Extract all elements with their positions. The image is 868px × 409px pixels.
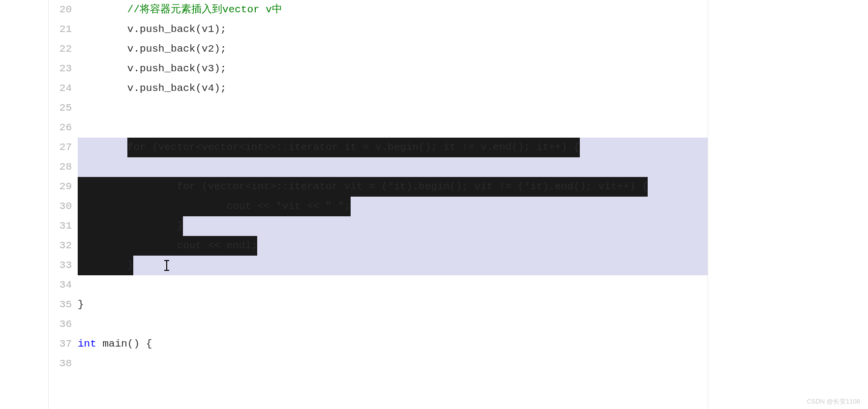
line-number: 32 [48,236,72,256]
code-line[interactable]: for (vector<vector<int>>::iterator it = … [78,138,708,157]
code-text: cout << *vit << " "; [78,197,351,216]
line-number: 38 [48,354,72,374]
code-content-area[interactable]: //将容器元素插入到vector v中 v.push_back(v1); v.p… [78,0,708,409]
code-line[interactable]: cout << *vit << " "; [78,197,708,216]
line-number: 35 [48,295,72,315]
code-editor[interactable]: 20212223242526272829303132333435363738 /… [48,0,708,409]
line-number: 21 [48,20,72,39]
code-line[interactable]: cout << endl; [78,236,708,256]
code-comment: //将容器元素插入到vector v中 [127,0,282,20]
line-number: 31 [48,216,72,236]
code-indent [78,20,127,39]
code-line[interactable]: for (vector<int>::iterator vit = (*it).b… [78,177,708,197]
line-number: 34 [48,275,72,295]
code-line[interactable]: v.push_back(v2); [78,39,708,59]
code-indent [78,59,127,79]
line-number: 33 [48,256,72,275]
code-line[interactable] [78,315,708,334]
code-line[interactable] [78,98,708,118]
code-text: for (vector<int>::iterator vit = (*it).b… [78,177,648,197]
text-cursor-icon [166,260,167,271]
code-indent [78,138,127,157]
code-text: v.push_back(v2); [127,39,227,59]
code-line[interactable]: } [78,295,708,315]
line-number: 29 [48,177,72,197]
code-keyword: int [78,334,102,354]
code-text: v.push_back(v3); [127,59,227,79]
line-number: 27 [48,138,72,157]
code-text: cout << endl; [78,236,257,256]
code-text: } [78,295,84,315]
code-line[interactable]: v.push_back(v4); [78,79,708,98]
code-line[interactable] [78,118,708,138]
code-text: } [78,216,183,236]
line-number: 25 [48,98,72,118]
code-line[interactable] [78,354,708,374]
line-number: 26 [48,118,72,138]
code-text: v.push_back(v4); [127,79,227,98]
code-line[interactable]: v.push_back(v1); [78,20,708,39]
line-number: 36 [48,315,72,334]
code-line[interactable]: } [78,216,708,236]
line-number: 23 [48,59,72,79]
line-number: 28 [48,157,72,177]
code-text: v.push_back(v1); [127,20,227,39]
line-number: 30 [48,197,72,216]
code-line[interactable]: //将容器元素插入到vector v中 [78,0,708,20]
code-line[interactable]: int main() { [78,334,708,354]
line-number: 22 [48,39,72,59]
code-line[interactable]: } [78,256,708,275]
code-indent [78,0,127,20]
line-number-gutter: 20212223242526272829303132333435363738 [48,0,78,409]
code-line[interactable] [78,275,708,295]
line-number: 24 [48,79,72,98]
code-text: } [78,256,133,275]
line-number: 20 [48,0,72,20]
code-line[interactable] [78,157,708,177]
code-indent [78,79,127,98]
watermark-text: CSDN @长安1108 [807,397,860,406]
code-text: for (vector<vector<int>>::iterator it = … [127,138,580,157]
code-line[interactable]: v.push_back(v3); [78,59,708,79]
line-number: 37 [48,334,72,354]
code-text: main() { [102,334,152,354]
code-indent [78,39,127,59]
